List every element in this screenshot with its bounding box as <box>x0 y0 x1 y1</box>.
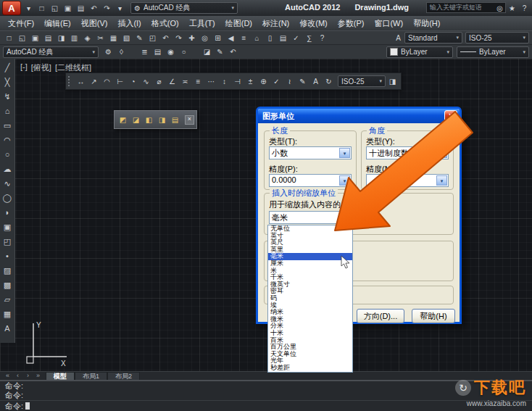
object-color-combo[interactable]: ByLayer ▾ <box>386 46 453 58</box>
menu-item[interactable]: 编辑(E) <box>39 16 76 30</box>
line-icon[interactable]: ╱ <box>1 60 14 75</box>
text-style-icon[interactable]: A <box>392 32 404 43</box>
viewport-control[interactable]: [-] <box>20 62 28 73</box>
open-file-icon[interactable]: ◱ <box>49 2 61 14</box>
chevron-down-icon[interactable]: ▾ <box>436 175 447 186</box>
dim-inspect-icon[interactable]: ✓ <box>270 75 283 88</box>
help-button[interactable]: 帮助(H) <box>412 309 455 323</box>
unit-option[interactable]: 码 <box>268 295 352 302</box>
dim-arc-length-icon[interactable]: ◠ <box>101 75 113 88</box>
dim-style-toolbar-combo[interactable]: ISO-25 ▾ <box>338 75 386 87</box>
draw-order-bring-above-icon[interactable]: ◧ <box>143 114 155 125</box>
application-menu-button[interactable]: A <box>2 1 21 15</box>
chevron-down-icon[interactable]: ▾ <box>344 212 354 223</box>
copy-icon[interactable]: ▦ <box>107 32 120 43</box>
dim-radius-icon[interactable]: ◔ <box>127 75 139 88</box>
linetype-combo[interactable]: ByLayer ▾ <box>457 46 529 58</box>
layer-isolate-icon[interactable]: ◉ <box>165 46 177 58</box>
next-tab-icon[interactable]: › <box>23 372 33 380</box>
viewport-control[interactable]: [二维线框] <box>55 62 91 73</box>
dim-linear-icon[interactable]: ↔ <box>75 75 87 88</box>
chevron-down-icon[interactable]: ▾ <box>339 175 350 186</box>
angle-type-combo[interactable]: 十进制度数 ▾ <box>366 146 449 159</box>
undo-icon[interactable]: ↶ <box>159 32 172 43</box>
first-tab-icon[interactable]: « <box>3 372 12 380</box>
point-icon[interactable]: • <box>1 249 14 263</box>
layer-previous-icon[interactable]: ↶ <box>227 46 239 58</box>
save-file-icon[interactable]: ▣ <box>62 2 74 14</box>
menu-item[interactable]: 工具(T) <box>184 16 220 30</box>
tool-palettes-icon[interactable]: ▯ <box>264 32 276 43</box>
dim-ordinate-icon[interactable]: ⊢ <box>114 75 126 88</box>
help-icon[interactable]: ? <box>316 32 328 43</box>
length-type-combo[interactable]: 小数 ▾ <box>269 146 352 159</box>
draw-order-send-under-icon[interactable]: ◨ <box>156 114 168 125</box>
circle-icon[interactable]: ○ <box>1 147 14 162</box>
tab-layout1[interactable]: 布局1 <box>75 372 107 381</box>
dim-style-manager-icon[interactable]: ◨ <box>386 75 399 88</box>
spline-icon[interactable]: ∿ <box>1 176 14 191</box>
menu-item[interactable]: 窗口(W) <box>369 16 408 30</box>
new-file-icon[interactable]: □ <box>3 32 15 43</box>
dim-style-combo[interactable]: ISO-25 ▾ <box>465 32 529 43</box>
arc-icon[interactable]: ◠ <box>1 133 14 147</box>
layer-properties-icon[interactable]: ≣ <box>138 46 151 58</box>
tolerance-icon[interactable]: ± <box>244 75 257 88</box>
chevron-down-icon[interactable]: ▾ <box>436 148 447 158</box>
workspace-settings-icon[interactable]: ⚙ <box>102 46 115 58</box>
insertion-units-combo[interactable]: 毫米 ▾ <box>269 211 356 224</box>
quickcalc-icon[interactable]: ∑ <box>303 32 315 43</box>
dim-aligned-icon[interactable]: ↗ <box>88 75 100 88</box>
plot-icon[interactable]: ▤ <box>42 32 54 43</box>
command-window[interactable]: 命令:命令: 命令: <box>0 380 532 411</box>
qat-dropdown-icon[interactable]: ▾ <box>114 2 126 14</box>
region-icon[interactable]: ▱ <box>1 292 14 307</box>
dim-space-icon[interactable]: ↕ <box>218 75 230 88</box>
menu-item[interactable]: 帮助(H) <box>408 16 445 30</box>
menu-item[interactable]: 文件(F) <box>3 16 39 30</box>
direction-button[interactable]: 方向(D)... <box>357 309 404 323</box>
menu-item[interactable]: 绘图(D) <box>220 16 257 30</box>
insert-block-icon[interactable]: ▣ <box>1 220 14 234</box>
paste-icon[interactable]: ▧ <box>120 32 133 43</box>
dim-break-icon[interactable]: ⊣ <box>231 75 244 88</box>
plot-preview-icon[interactable]: ◨ <box>55 32 67 43</box>
workspace-toolbar-combo[interactable]: AutoCAD 经典 ▾ <box>3 46 99 58</box>
quick-dimension-icon[interactable]: ≍ <box>179 75 191 88</box>
close-icon[interactable]: × <box>185 115 194 125</box>
dim-jog-line-icon[interactable]: ≀ <box>283 75 296 88</box>
unit-option[interactable]: 密耳 <box>268 288 352 295</box>
polygon-icon[interactable]: ⌂ <box>1 104 14 118</box>
menu-item[interactable]: 格式(O) <box>146 16 184 30</box>
block-editor-icon[interactable]: ◰ <box>146 32 159 43</box>
lock-toolbars-icon[interactable]: ◊ <box>115 46 128 58</box>
layer-unisolate-icon[interactable]: ○ <box>178 46 190 58</box>
menu-item[interactable]: 插入(I) <box>112 16 146 30</box>
table-icon[interactable]: ▦ <box>1 307 14 321</box>
length-precision-combo[interactable]: 0.0000 ▾ <box>269 174 352 187</box>
text-style-combo[interactable]: Standard ▾ <box>404 32 462 43</box>
cut-icon[interactable]: ✂ <box>94 32 107 43</box>
dim-jogged-icon[interactable]: ∿ <box>140 75 152 88</box>
infocenter-search-icon[interactable]: ◎ <box>494 2 506 14</box>
plot-icon[interactable]: ▤ <box>75 2 87 14</box>
hatch-icon[interactable]: ▨ <box>1 263 14 278</box>
create-block-icon[interactable]: ◰ <box>1 234 14 249</box>
undo-icon[interactable]: ↶ <box>88 2 100 14</box>
zoom-realtime-icon[interactable]: ◎ <box>199 32 211 43</box>
communication-center-icon[interactable]: ★ <box>506 2 518 14</box>
menu-item[interactable]: 修改(M) <box>294 16 333 30</box>
designcenter-icon[interactable]: ⌂ <box>251 32 263 43</box>
unit-option[interactable]: 厘米 <box>268 260 352 267</box>
ellipse-icon[interactable]: ◯ <box>1 191 14 205</box>
draw-order-bring-to-front-icon[interactable]: ◩ <box>117 114 129 125</box>
layer-match-icon[interactable]: ✎ <box>214 46 226 58</box>
open-file-icon[interactable]: ◱ <box>16 32 28 43</box>
center-mark-icon[interactable]: ⊕ <box>257 75 270 88</box>
redo-icon[interactable]: ↷ <box>173 32 185 43</box>
menu-item[interactable]: 参数(P) <box>333 16 370 30</box>
rectangle-icon[interactable]: ▭ <box>1 118 14 133</box>
dialog-titlebar[interactable]: 图形单位 <box>258 109 460 123</box>
command-input[interactable]: 命令: <box>0 401 532 411</box>
workspace-combo[interactable]: ⚙ AutoCAD 经典 ▾ <box>130 2 238 14</box>
